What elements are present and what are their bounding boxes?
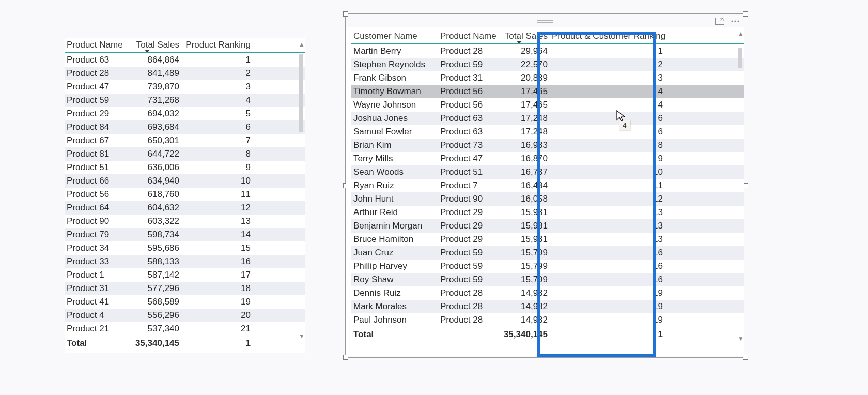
cell-customer-name: Brian Kim — [351, 140, 438, 150]
table-row[interactable]: Product 4556,29620 — [65, 309, 305, 322]
cell-total-sales: 644,722 — [128, 149, 181, 159]
cell-product-name: Product 31 — [65, 283, 128, 294]
table-row[interactable]: Mark MoralesProduct 2814,98219 — [351, 300, 744, 313]
cell-product-name: Product 59 — [438, 248, 500, 258]
column-header-total-sales[interactable]: Total Sales — [128, 40, 181, 52]
cell-product-name: Product 47 — [65, 82, 128, 92]
cell-total-sales: 537,340 — [128, 324, 181, 334]
table-row[interactable]: Phillip HarveyProduct 5915,79916 — [351, 260, 744, 273]
table-row[interactable]: Product 51636,0069 — [65, 161, 305, 174]
table-body: Martin BerryProduct 2829,9641Stephen Rey… — [351, 44, 744, 327]
table-row[interactable]: Product 67650,3017 — [65, 134, 305, 147]
cell-product-customer-ranking: 13 — [550, 221, 665, 231]
table-row[interactable]: Product 21537,34021 — [65, 322, 305, 336]
customer-product-ranking-table-visual[interactable]: Customer Name Product Name Total Sales P… — [346, 27, 744, 356]
cell-product-customer-ranking: 13 — [550, 207, 665, 218]
table-row[interactable]: Stephen ReynoldsProduct 5922,5702 — [351, 58, 744, 71]
more-options-icon[interactable] — [731, 18, 740, 25]
table-row[interactable]: Product 79598,73414 — [65, 228, 305, 241]
table-row[interactable]: Benjamin MorganProduct 2915,98113 — [351, 219, 744, 233]
table-row[interactable]: John HuntProduct 9016,05812 — [351, 192, 744, 206]
vertical-scrollbar[interactable]: ▲ ▼ — [298, 38, 305, 353]
cell-product-name: Product 1 — [65, 270, 128, 280]
table-row[interactable]: Brian KimProduct 7316,9838 — [351, 139, 744, 152]
drag-grip-icon[interactable] — [537, 20, 553, 24]
cell-total-sales: 16,058 — [500, 194, 550, 204]
cell-total-sales: 16,434 — [500, 180, 550, 191]
cell-product-customer-ranking: 9 — [550, 154, 665, 164]
table-row[interactable]: Terry MillsProduct 4716,8709 — [351, 152, 744, 165]
table-row[interactable]: Product 63864,8641 — [65, 53, 305, 67]
cell-product-name: Product 34 — [65, 243, 128, 253]
column-header-product-customer-ranking[interactable]: Product & Customer Ranking — [550, 31, 665, 43]
column-header-customer-name[interactable]: Customer Name — [351, 31, 438, 43]
column-header-product-ranking[interactable]: Product Ranking — [181, 40, 253, 52]
table-row[interactable]: Product 90603,32213 — [65, 215, 305, 228]
vertical-scrollbar[interactable]: ▲ ▼ — [737, 27, 744, 356]
table-row[interactable]: Product 29694,0325 — [65, 107, 305, 120]
cell-total-sales: 15,981 — [500, 234, 550, 245]
table-row[interactable]: Paul JohnsonProduct 2814,98219 — [351, 313, 744, 327]
column-header-product-name[interactable]: Product Name — [65, 40, 128, 52]
cell-product-customer-ranking: 6 — [550, 113, 665, 124]
table-row[interactable]: Product 34595,68615 — [65, 241, 305, 255]
table-row[interactable]: Wayne JohnsonProduct 5617,4654 — [351, 98, 744, 112]
cell-total-sales: 603,322 — [128, 216, 181, 226]
table-row[interactable]: Martin BerryProduct 2829,9641 — [351, 44, 744, 58]
cell-product-ranking: 4 — [181, 95, 253, 105]
cell-total-sales: 634,940 — [128, 176, 181, 186]
column-header-product-name[interactable]: Product Name — [438, 31, 500, 43]
table-row[interactable]: Product 33588,13316 — [65, 255, 305, 268]
cell-total-sales: 588,133 — [128, 256, 181, 267]
table-footer-row: Total 35,340,145 1 — [65, 336, 305, 351]
cell-product-name: Product 29 — [438, 207, 500, 218]
table-row[interactable]: Product 1587,14217 — [65, 268, 305, 282]
table-row[interactable]: Frank GibsonProduct 3120,8893 — [351, 71, 744, 85]
cell-total-sales: 636,006 — [128, 162, 181, 173]
cell-product-name: Product 33 — [65, 256, 128, 267]
cell-total-sales: 577,296 — [128, 283, 181, 294]
cell-product-name: Product 29 — [65, 109, 128, 119]
table-row[interactable]: Ryan RuizProduct 716,43411 — [351, 179, 744, 192]
table-row[interactable]: Joshua JonesProduct 6317,2486 — [351, 112, 744, 125]
cell-product-name: Product 21 — [65, 324, 128, 334]
table-row[interactable]: Product 64604,63212 — [65, 201, 305, 215]
cell-total-sales: 598,734 — [128, 230, 181, 240]
table-row[interactable]: Product 84693,6846 — [65, 120, 305, 134]
cell-product-ranking: 20 — [181, 310, 253, 321]
cell-total-sales: 15,799 — [500, 275, 550, 285]
focus-mode-icon[interactable] — [715, 18, 724, 25]
cell-customer-name: Roy Shaw — [351, 275, 438, 285]
cell-product-ranking: 8 — [181, 149, 253, 159]
cell-product-customer-ranking: 8 — [550, 140, 665, 150]
cell-product-customer-ranking: 16 — [550, 261, 665, 271]
cell-total-sales: 15,981 — [500, 221, 550, 231]
table-row[interactable]: Product 28841,4892 — [65, 67, 305, 80]
table-row[interactable]: Bruce HamiltonProduct 2915,98113 — [351, 233, 744, 246]
cell-total-sales: 20,889 — [500, 73, 550, 83]
table-row[interactable]: Dennis RuizProduct 2814,98219 — [351, 286, 744, 300]
table-row[interactable]: Product 41568,58919 — [65, 295, 305, 309]
cell-product-ranking: 13 — [181, 216, 253, 226]
cell-product-name: Product 59 — [438, 275, 500, 285]
cell-product-name: Product 59 — [65, 95, 128, 105]
table-row[interactable]: Juan CruzProduct 5915,79916 — [351, 246, 744, 260]
table-row[interactable]: Product 31577,29618 — [65, 282, 305, 295]
footer-rank: 1 — [550, 329, 665, 340]
table-row[interactable]: Samuel FowlerProduct 6317,2486 — [351, 125, 744, 139]
table-row[interactable]: Product 59731,2684 — [65, 94, 305, 107]
cell-customer-name: Benjamin Morgan — [351, 221, 438, 231]
table-row[interactable]: Product 66634,94010 — [65, 174, 305, 188]
table-header-row: Customer Name Product Name Total Sales P… — [351, 27, 744, 44]
cell-total-sales: 841,489 — [128, 68, 181, 79]
table-row[interactable]: Sean WoodsProduct 5116,73710 — [351, 165, 744, 179]
product-ranking-table-visual[interactable]: Product Name Total Sales Product Ranking… — [65, 38, 305, 353]
table-row[interactable]: Roy ShawProduct 5915,79916 — [351, 273, 744, 286]
cell-total-sales: 16,870 — [500, 154, 550, 164]
table-row[interactable]: Product 56618,76011 — [65, 188, 305, 201]
table-row[interactable]: Product 81644,7228 — [65, 147, 305, 161]
table-row[interactable]: Arthur ReidProduct 2915,98113 — [351, 206, 744, 219]
column-header-total-sales[interactable]: Total Sales — [500, 31, 550, 43]
table-row[interactable]: Product 47739,8703 — [65, 80, 305, 94]
table-row[interactable]: Timothy BowmanProduct 5617,4654 — [351, 85, 744, 98]
